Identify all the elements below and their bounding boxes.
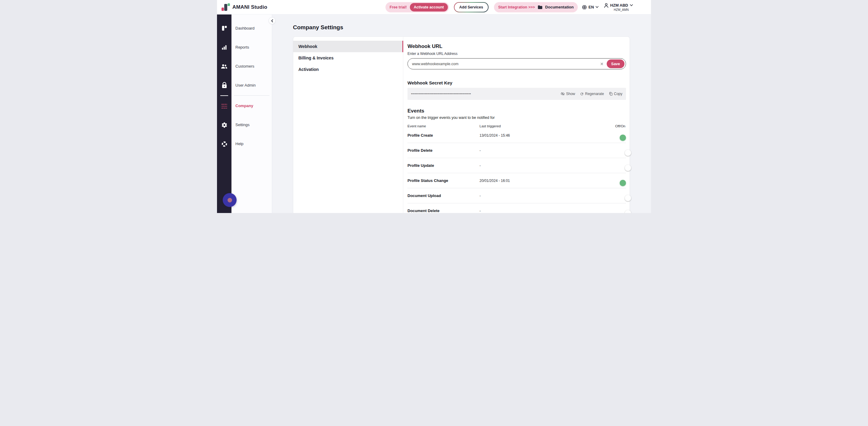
settings-tab-webhook[interactable]: Webhook	[293, 41, 403, 52]
event-name: Profile Create	[407, 133, 479, 138]
copy-secret-button[interactable]: Copy	[609, 92, 622, 96]
people-icon	[221, 64, 227, 69]
chevron-down-icon	[630, 4, 633, 6]
show-label: Show	[566, 92, 575, 96]
life-ring-icon	[221, 141, 227, 147]
sidebar-icon-customers[interactable]	[217, 57, 231, 76]
event-row: Document Upload -	[407, 188, 626, 203]
show-secret-button[interactable]: Show	[561, 92, 575, 96]
main-content: Company Settings Webhook Billing & Invoi…	[272, 15, 651, 213]
regenerate-label: Regenarate	[585, 92, 604, 96]
bar-chart-icon	[221, 44, 227, 50]
event-last-triggered: 13/01/2024 - 15:46	[479, 133, 598, 138]
event-row: Document Delete -	[407, 203, 626, 213]
sidebar-item-dashboard[interactable]: Dashboard	[231, 19, 272, 38]
brand-logo-icon	[221, 3, 230, 11]
settings-nav: Webhook Billing & Invoices Activation	[293, 37, 403, 213]
webhook-url-field: ✕ Save	[407, 58, 626, 69]
sidebar-icon-help[interactable]	[217, 135, 231, 153]
webhook-url-input[interactable]	[411, 61, 600, 66]
chat-fab-button[interactable]	[223, 193, 237, 207]
clear-icon[interactable]: ✕	[600, 61, 604, 66]
event-last-triggered: -	[479, 164, 598, 168]
event-name: Profile Update	[407, 163, 479, 168]
secret-masked-value: ••••••••••••••••••••••••••••••••••••••••…	[411, 93, 561, 95]
page-title: Company Settings	[293, 24, 651, 31]
event-name: Profile Delete	[407, 148, 479, 153]
chat-fab-inner-dot	[227, 198, 232, 202]
lock-icon	[221, 82, 227, 88]
top-header: AMANI Studio Free trial! Activate accoun…	[217, 0, 651, 15]
app-window: AMANI Studio Free trial! Activate accoun…	[217, 0, 651, 213]
sidebar-item-customers[interactable]: Customers	[231, 57, 272, 76]
settings-card: Webhook Billing & Invoices Activation We…	[293, 36, 630, 213]
documentation-link[interactable]: Documentation	[545, 5, 574, 9]
sliders-icon	[221, 103, 227, 109]
brand-name: AMANI Studio	[232, 4, 267, 10]
events-table-header: Event name Last triggered Off/On	[407, 124, 626, 128]
user-menu[interactable]: HZM ABD HZM_AMN	[604, 3, 633, 11]
event-name: Document Upload	[407, 193, 479, 198]
sidebar-item-settings[interactable]: Settings	[231, 115, 272, 134]
events-title: Events	[407, 108, 626, 114]
webhook-panel: Webhook URL Enter a Webhook URL Address …	[403, 37, 629, 213]
event-last-triggered: 20/01/2024 - 16:01	[479, 179, 598, 183]
menu-divider	[234, 95, 270, 96]
sidebar-item-reports[interactable]: Reports	[231, 38, 272, 57]
column-off-on: Off/On	[598, 124, 626, 128]
column-last-triggered: Last triggered	[479, 124, 598, 128]
sidebar-icon-rail	[217, 15, 231, 213]
event-row: Profile Delete -	[407, 143, 626, 158]
user-name: HZM ABD	[610, 3, 628, 7]
settings-tab-activation[interactable]: Activation	[293, 64, 403, 75]
copy-icon	[609, 92, 613, 96]
event-last-triggered: -	[479, 148, 598, 153]
save-button[interactable]: Save	[607, 59, 624, 68]
sidebar-menu: Dashboard Reports Customers User Admin C…	[231, 15, 272, 213]
webhook-secret-title: Webhook Secret Key	[407, 80, 626, 85]
sidebar-item-company[interactable]: Company	[231, 96, 272, 115]
sidebar-icon-user-admin[interactable]	[217, 76, 231, 95]
add-services-button[interactable]: Add Services	[454, 2, 489, 12]
sidebar-icon-reports[interactable]	[217, 38, 231, 57]
user-icon	[604, 3, 609, 8]
sidebar-icon-dashboard[interactable]	[217, 19, 231, 38]
event-row: Profile Status Change 20/01/2024 - 16:01	[407, 173, 626, 188]
sidebar-collapse-button[interactable]	[269, 17, 276, 24]
user-code: HZM_AMN	[614, 8, 629, 11]
copy-label: Copy	[614, 92, 622, 96]
sidebar-icon-settings[interactable]	[217, 116, 231, 135]
brand[interactable]: AMANI Studio	[221, 3, 267, 11]
integration-pill: Start Integration >>> Documentation	[494, 2, 578, 12]
rail-divider	[220, 95, 228, 96]
language-code: EN	[588, 5, 594, 9]
free-trial-label: Free trial!	[390, 5, 407, 9]
webhook-secret-bar: ••••••••••••••••••••••••••••••••••••••••…	[407, 88, 626, 100]
event-name: Profile Status Change	[407, 178, 479, 183]
event-row: Profile Create 13/01/2024 - 15:46	[407, 128, 626, 143]
event-last-triggered: -	[479, 209, 598, 213]
sidebar-item-help[interactable]: Help	[231, 134, 272, 153]
webhook-url-label: Enter a Webhook URL Address	[407, 52, 626, 56]
sidebar-icon-company[interactable]	[217, 96, 231, 116]
settings-tab-billing[interactable]: Billing & Invoices	[293, 52, 403, 64]
event-name: Document Delete	[407, 208, 479, 213]
globe-icon	[582, 5, 587, 10]
gear-icon	[221, 122, 227, 128]
activate-account-button[interactable]: Activate account	[410, 3, 448, 11]
event-row: Profile Update -	[407, 158, 626, 173]
folder-icon	[538, 5, 542, 9]
start-integration-link[interactable]: Start Integration >>>	[498, 5, 535, 9]
events-subtitle: Turn on the trigger events you want to b…	[407, 116, 626, 120]
chevron-down-icon	[595, 6, 598, 8]
refresh-icon	[580, 92, 584, 96]
sidebar-item-user-admin[interactable]: User Admin	[231, 76, 272, 95]
language-selector[interactable]: EN	[582, 5, 598, 10]
event-last-triggered: -	[479, 194, 598, 198]
dashboard-icon	[221, 25, 227, 31]
column-event-name: Event name	[407, 124, 479, 128]
regenerate-secret-button[interactable]: Regenarate	[580, 92, 604, 96]
webhook-url-title: Webhook URL	[407, 44, 626, 50]
free-trial-pill: Free trial! Activate account	[385, 2, 449, 12]
eye-off-icon	[561, 92, 565, 96]
